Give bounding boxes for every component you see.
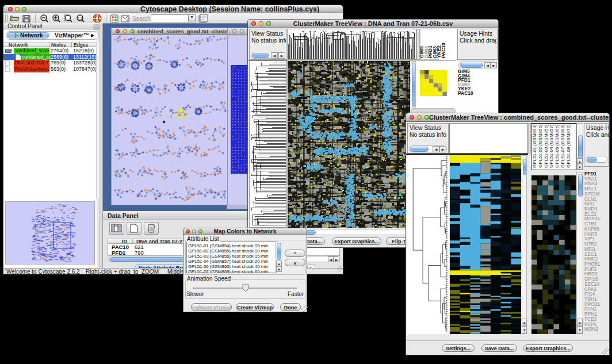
- svg-text:1:1: 1:1: [78, 17, 83, 20]
